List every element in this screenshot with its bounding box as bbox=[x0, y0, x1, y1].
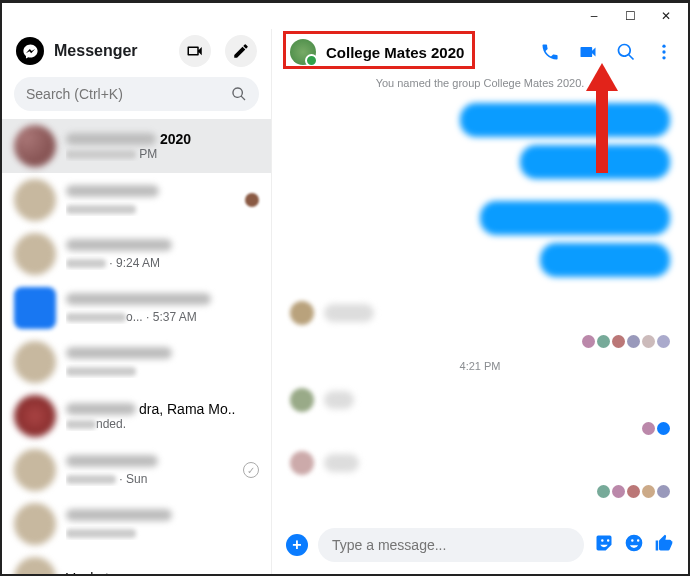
chat-title[interactable]: College Mates 2020 bbox=[326, 44, 530, 61]
messenger-logo-icon bbox=[16, 37, 44, 65]
avatar bbox=[14, 179, 56, 221]
emoji-button[interactable] bbox=[624, 533, 644, 557]
incoming-message[interactable] bbox=[290, 301, 670, 325]
avatar bbox=[14, 503, 56, 545]
like-button[interactable] bbox=[654, 533, 674, 557]
avatar bbox=[14, 287, 56, 329]
video-call-header-button[interactable] bbox=[179, 35, 211, 67]
window-close-button[interactable]: ✕ bbox=[648, 3, 684, 29]
message-list: You named the group College Mates 2020. … bbox=[272, 73, 688, 520]
voice-call-button[interactable] bbox=[540, 42, 560, 62]
sidebar: Messenger 2020 PM bbox=[2, 29, 272, 574]
seen-indicators bbox=[582, 335, 670, 348]
conversation-item[interactable]: o... · 5:37 AM bbox=[2, 281, 271, 335]
status-badge bbox=[245, 193, 259, 207]
add-attachment-button[interactable]: + bbox=[286, 534, 308, 556]
outgoing-message[interactable] bbox=[480, 201, 670, 235]
search-icon bbox=[231, 86, 247, 102]
window-minimize-button[interactable]: – bbox=[576, 3, 612, 29]
search-conversation-button[interactable] bbox=[616, 42, 636, 62]
avatar bbox=[14, 557, 56, 574]
search-input[interactable] bbox=[26, 86, 231, 102]
delivered-icon: ✓ bbox=[243, 462, 259, 478]
search-input-wrapper[interactable] bbox=[14, 77, 259, 111]
avatar bbox=[14, 125, 56, 167]
incoming-message[interactable] bbox=[290, 388, 670, 412]
chat-header: College Mates 2020 bbox=[272, 29, 688, 73]
more-options-button[interactable] bbox=[654, 42, 674, 62]
avatar bbox=[14, 341, 56, 383]
conversation-item[interactable]: dra, Rama Mo.. nded. bbox=[2, 389, 271, 443]
seen-indicators bbox=[642, 422, 670, 435]
timestamp: 4:21 PM bbox=[290, 360, 670, 372]
chat-pane: College Mates 2020 You named the group C… bbox=[272, 29, 688, 574]
seen-indicators bbox=[597, 485, 670, 498]
composer: + bbox=[272, 520, 688, 574]
conversation-item[interactable]: 2020 PM bbox=[2, 119, 271, 173]
conversation-item[interactable] bbox=[2, 497, 271, 551]
window-maximize-button[interactable]: ☐ bbox=[612, 3, 648, 29]
conversation-item[interactable] bbox=[2, 173, 271, 227]
incoming-message[interactable] bbox=[290, 451, 670, 475]
avatar bbox=[14, 395, 56, 437]
svg-point-1 bbox=[662, 50, 665, 53]
svg-point-0 bbox=[662, 45, 665, 48]
window-titlebar: – ☐ ✕ bbox=[2, 3, 688, 29]
conversation-item[interactable]: · Sun ✓ bbox=[2, 443, 271, 497]
outgoing-message[interactable] bbox=[520, 145, 670, 179]
conversation-item[interactable] bbox=[2, 335, 271, 389]
outgoing-message[interactable] bbox=[540, 243, 670, 277]
group-avatar[interactable] bbox=[290, 39, 316, 65]
app-title: Messenger bbox=[54, 42, 165, 60]
avatar bbox=[14, 449, 56, 491]
svg-point-2 bbox=[662, 56, 665, 59]
message-input[interactable] bbox=[332, 537, 570, 553]
conversation-list: 2020 PM · 9:24 AM o... · 5:37 AM bbox=[2, 119, 271, 574]
avatar bbox=[14, 233, 56, 275]
message-input-wrapper[interactable] bbox=[318, 528, 584, 562]
system-message: You named the group College Mates 2020. bbox=[290, 77, 670, 89]
sticker-button[interactable] bbox=[594, 533, 614, 557]
outgoing-message[interactable] bbox=[460, 103, 670, 137]
video-call-button[interactable] bbox=[578, 42, 598, 62]
conversation-item[interactable]: Venkates bbox=[2, 551, 271, 574]
new-message-button[interactable] bbox=[225, 35, 257, 67]
conversation-item[interactable]: · 9:24 AM bbox=[2, 227, 271, 281]
